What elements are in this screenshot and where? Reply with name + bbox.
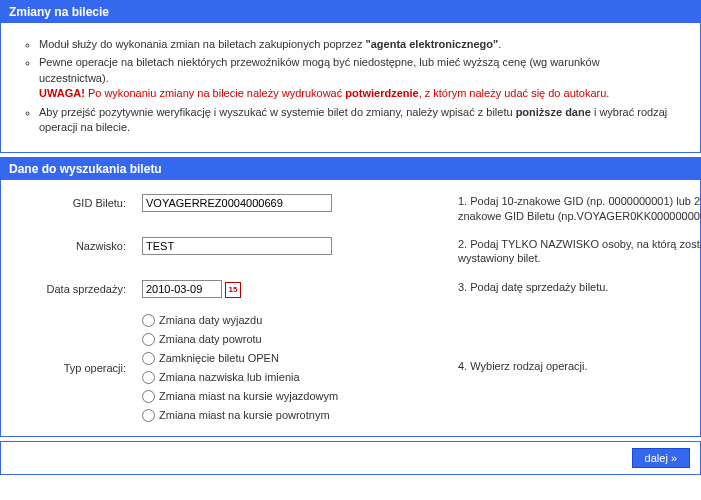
operation-radio[interactable] xyxy=(142,409,155,422)
operation-radio[interactable] xyxy=(142,390,155,403)
operation-option-label: Zamknięcie biletu OPEN xyxy=(159,352,279,364)
date-hint: 3. Podaj datę sprzedaży biletu. xyxy=(458,280,701,294)
operation-option[interactable]: Zmiana daty wyjazdu xyxy=(142,314,442,327)
gid-input[interactable] xyxy=(142,194,332,212)
operation-option[interactable]: Zamknięcie biletu OPEN xyxy=(142,352,442,365)
operation-option-label: Zmiana daty powrotu xyxy=(159,333,262,345)
info-panel: Zmiany na bilecie Moduł służy do wykonan… xyxy=(0,0,701,153)
operation-hint: 4. Wybierz rodzaj operacji. xyxy=(458,359,701,373)
operation-radio[interactable] xyxy=(142,333,155,346)
operation-option-label: Zmiana miast na kursie powrotnym xyxy=(159,409,330,421)
surname-field-wrap xyxy=(142,237,442,255)
operation-option[interactable]: Zmiana nazwiska lub imienia xyxy=(142,371,442,384)
date-field-wrap xyxy=(142,280,442,298)
info-body: Moduł służy do wykonania zmian na bileta… xyxy=(1,23,700,152)
info-line-4: Aby przejść pozytywnie weryfikację i wys… xyxy=(39,105,672,136)
gid-label: GID Biletu: xyxy=(21,194,126,209)
info-list: Moduł służy do wykonania zmian na bileta… xyxy=(21,37,672,135)
operation-radio[interactable] xyxy=(142,371,155,384)
operation-option[interactable]: Zmiana miast na kursie powrotnym xyxy=(142,409,442,422)
info-header: Zmiany na bilecie xyxy=(1,1,700,23)
surname-hint: 2. Podaj TYLKO NAZWISKO osoby, na którą … xyxy=(458,237,701,266)
operation-radio[interactable] xyxy=(142,352,155,365)
gid-field-wrap xyxy=(142,194,442,212)
operation-label: Typ operacji: xyxy=(21,359,126,374)
search-grid: GID Biletu: 1. Podaj 10-znakowe GID (np.… xyxy=(21,194,672,421)
calendar-icon[interactable] xyxy=(225,282,241,298)
date-input[interactable] xyxy=(142,280,222,298)
search-panel: Dane do wyszukania biletu GID Biletu: 1.… xyxy=(0,157,701,436)
operation-radio-group: Zmiana daty wyjazduZmiana daty powrotuZa… xyxy=(142,312,442,422)
info-line-2: Pewne operacje na biletach niektórych pr… xyxy=(39,55,672,101)
date-label: Data sprzedaży: xyxy=(21,280,126,295)
info-line-1: Moduł służy do wykonania zmian na bileta… xyxy=(39,37,672,52)
operation-option[interactable]: Zmiana daty powrotu xyxy=(142,333,442,346)
gid-hint: 1. Podaj 10-znakowe GID (np. 0000000001)… xyxy=(458,194,701,223)
operation-option[interactable]: Zmiana miast na kursie wyjazdowym xyxy=(142,390,442,403)
next-button[interactable]: dalej » xyxy=(632,448,690,468)
search-header: Dane do wyszukania biletu xyxy=(1,158,700,180)
surname-input[interactable] xyxy=(142,237,332,255)
operation-field-wrap: Zmiana daty wyjazduZmiana daty powrotuZa… xyxy=(142,312,442,422)
surname-label: Nazwisko: xyxy=(21,237,126,252)
operation-option-label: Zmiana miast na kursie wyjazdowym xyxy=(159,390,338,402)
operation-option-label: Zmiana nazwiska lub imienia xyxy=(159,371,300,383)
footer-bar: dalej » xyxy=(0,441,701,475)
operation-option-label: Zmiana daty wyjazdu xyxy=(159,314,262,326)
search-body: GID Biletu: 1. Podaj 10-znakowe GID (np.… xyxy=(1,180,700,435)
operation-radio[interactable] xyxy=(142,314,155,327)
